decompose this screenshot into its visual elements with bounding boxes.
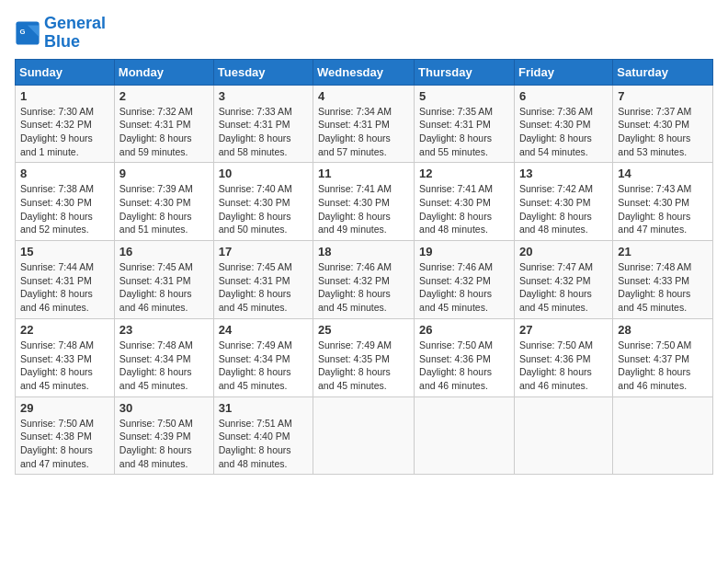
cell-daylight: Daylight: 8 hours and 59 minutes. xyxy=(119,132,192,157)
cell-daylight: Daylight: 9 hours and 1 minute. xyxy=(20,132,93,157)
header: G General Blue xyxy=(15,15,713,52)
day-number: 2 xyxy=(119,89,209,103)
cell-sunrise: Sunrise: 7:45 AM xyxy=(119,261,193,272)
table-row: 29 Sunrise: 7:50 AM Sunset: 4:38 PM Dayl… xyxy=(16,396,115,475)
cell-sunrise: Sunrise: 7:47 AM xyxy=(519,261,593,272)
table-row: 13 Sunrise: 7:42 AM Sunset: 4:30 PM Dayl… xyxy=(514,163,612,241)
cell-sunrise: Sunrise: 7:46 AM xyxy=(419,261,493,272)
cell-sunrise: Sunrise: 7:50 AM xyxy=(419,339,493,350)
cell-daylight: Daylight: 8 hours and 53 minutes. xyxy=(618,132,690,157)
cell-sunrise: Sunrise: 7:42 AM xyxy=(519,183,593,194)
table-row: 5 Sunrise: 7:35 AM Sunset: 4:31 PM Dayli… xyxy=(415,85,515,163)
day-number: 31 xyxy=(219,401,308,415)
day-number: 13 xyxy=(519,167,608,180)
cell-daylight: Daylight: 8 hours and 46 minutes. xyxy=(618,366,690,391)
cell-daylight: Daylight: 8 hours and 47 minutes. xyxy=(618,211,690,236)
day-number: 26 xyxy=(419,323,509,337)
calendar-week-5: 29 Sunrise: 7:50 AM Sunset: 4:38 PM Dayl… xyxy=(16,396,713,475)
cell-sunset: Sunset: 4:37 PM xyxy=(618,353,689,364)
header-cell-thursday: Thursday xyxy=(415,59,515,85)
cell-daylight: Daylight: 8 hours and 45 minutes. xyxy=(519,288,592,313)
cell-sunset: Sunset: 4:30 PM xyxy=(219,197,290,208)
cell-sunset: Sunset: 4:36 PM xyxy=(519,353,591,364)
cell-sunset: Sunset: 4:40 PM xyxy=(219,431,290,442)
cell-daylight: Daylight: 8 hours and 48 minutes. xyxy=(419,211,492,236)
table-row: 21 Sunrise: 7:48 AM Sunset: 4:33 PM Dayl… xyxy=(613,241,713,319)
calendar-header: SundayMondayTuesdayWednesdayThursdayFrid… xyxy=(16,59,713,85)
cell-sunrise: Sunrise: 7:32 AM xyxy=(119,106,193,117)
logo-general: General xyxy=(44,14,106,32)
day-number: 4 xyxy=(318,89,409,103)
cell-sunset: Sunset: 4:30 PM xyxy=(618,119,689,130)
cell-daylight: Daylight: 8 hours and 46 minutes. xyxy=(419,366,492,391)
cell-sunset: Sunset: 4:30 PM xyxy=(618,197,689,208)
cell-sunrise: Sunrise: 7:34 AM xyxy=(318,106,392,117)
table-row: 27 Sunrise: 7:50 AM Sunset: 4:36 PM Dayl… xyxy=(514,318,612,396)
cell-sunset: Sunset: 4:30 PM xyxy=(519,197,591,208)
day-number: 21 xyxy=(618,245,708,259)
cell-sunrise: Sunrise: 7:46 AM xyxy=(318,261,392,272)
cell-sunset: Sunset: 4:30 PM xyxy=(119,197,191,208)
cell-sunrise: Sunrise: 7:41 AM xyxy=(318,183,392,194)
cell-daylight: Daylight: 8 hours and 45 minutes. xyxy=(219,366,291,391)
cell-sunrise: Sunrise: 7:49 AM xyxy=(318,339,392,350)
table-row: 1 Sunrise: 7:30 AM Sunset: 4:32 PM Dayli… xyxy=(16,85,115,163)
cell-daylight: Daylight: 8 hours and 48 minutes. xyxy=(519,211,592,236)
cell-sunset: Sunset: 4:33 PM xyxy=(618,275,689,286)
day-number: 30 xyxy=(119,401,209,415)
cell-sunrise: Sunrise: 7:43 AM xyxy=(618,183,691,194)
cell-daylight: Daylight: 8 hours and 57 minutes. xyxy=(318,132,391,157)
cell-daylight: Daylight: 8 hours and 45 minutes. xyxy=(318,366,391,391)
cell-daylight: Daylight: 8 hours and 46 minutes. xyxy=(20,288,93,313)
day-number: 11 xyxy=(318,167,409,180)
logo-text: General Blue xyxy=(44,15,106,52)
cell-sunrise: Sunrise: 7:51 AM xyxy=(219,418,292,429)
cell-daylight: Daylight: 8 hours and 52 minutes. xyxy=(20,211,93,236)
cell-sunrise: Sunrise: 7:48 AM xyxy=(119,339,193,350)
cell-sunrise: Sunrise: 7:38 AM xyxy=(20,183,94,194)
cell-sunrise: Sunrise: 7:33 AM xyxy=(219,106,292,117)
cell-sunrise: Sunrise: 7:39 AM xyxy=(119,183,193,194)
cell-sunrise: Sunrise: 7:48 AM xyxy=(20,339,94,350)
table-row: 14 Sunrise: 7:43 AM Sunset: 4:30 PM Dayl… xyxy=(613,163,713,241)
logo-icon: G xyxy=(15,20,40,46)
cell-daylight: Daylight: 8 hours and 49 minutes. xyxy=(318,211,391,236)
table-row: 9 Sunrise: 7:39 AM Sunset: 4:30 PM Dayli… xyxy=(114,163,213,241)
calendar-body: 1 Sunrise: 7:30 AM Sunset: 4:32 PM Dayli… xyxy=(16,85,713,475)
cell-sunset: Sunset: 4:31 PM xyxy=(119,119,191,130)
cell-daylight: Daylight: 8 hours and 45 minutes. xyxy=(219,288,291,313)
table-row: 17 Sunrise: 7:45 AM Sunset: 4:31 PM Dayl… xyxy=(213,241,313,319)
cell-sunrise: Sunrise: 7:44 AM xyxy=(20,261,94,272)
calendar-week-2: 8 Sunrise: 7:38 AM Sunset: 4:30 PM Dayli… xyxy=(16,163,713,241)
svg-text:G: G xyxy=(20,28,26,36)
cell-daylight: Daylight: 8 hours and 45 minutes. xyxy=(20,366,93,391)
cell-sunset: Sunset: 4:31 PM xyxy=(419,119,491,130)
cell-sunrise: Sunrise: 7:49 AM xyxy=(219,339,292,350)
cell-sunset: Sunset: 4:34 PM xyxy=(119,353,191,364)
day-number: 9 xyxy=(119,167,209,180)
table-row: 28 Sunrise: 7:50 AM Sunset: 4:37 PM Dayl… xyxy=(613,318,713,396)
day-number: 1 xyxy=(20,89,109,103)
cell-sunset: Sunset: 4:34 PM xyxy=(219,353,290,364)
table-row: 19 Sunrise: 7:46 AM Sunset: 4:32 PM Dayl… xyxy=(415,241,515,319)
cell-sunset: Sunset: 4:30 PM xyxy=(318,197,390,208)
day-number: 22 xyxy=(20,323,109,337)
day-number: 28 xyxy=(618,323,708,337)
cell-sunset: Sunset: 4:31 PM xyxy=(119,275,191,286)
calendar-week-1: 1 Sunrise: 7:30 AM Sunset: 4:32 PM Dayli… xyxy=(16,85,713,163)
cell-sunset: Sunset: 4:39 PM xyxy=(119,431,191,442)
cell-daylight: Daylight: 8 hours and 48 minutes. xyxy=(119,444,192,469)
calendar-week-3: 15 Sunrise: 7:44 AM Sunset: 4:31 PM Dayl… xyxy=(16,241,713,319)
header-row: SundayMondayTuesdayWednesdayThursdayFrid… xyxy=(16,59,713,85)
table-row: 25 Sunrise: 7:49 AM Sunset: 4:35 PM Dayl… xyxy=(313,318,415,396)
table-row: 11 Sunrise: 7:41 AM Sunset: 4:30 PM Dayl… xyxy=(313,163,415,241)
logo-blue: Blue xyxy=(44,32,80,51)
day-number: 10 xyxy=(219,167,308,180)
table-row: 16 Sunrise: 7:45 AM Sunset: 4:31 PM Dayl… xyxy=(114,241,213,319)
day-number: 25 xyxy=(318,323,409,337)
cell-sunset: Sunset: 4:31 PM xyxy=(219,275,290,286)
cell-daylight: Daylight: 8 hours and 45 minutes. xyxy=(318,288,391,313)
cell-sunrise: Sunrise: 7:30 AM xyxy=(20,106,94,117)
cell-sunset: Sunset: 4:32 PM xyxy=(20,119,92,130)
cell-sunset: Sunset: 4:36 PM xyxy=(419,353,491,364)
